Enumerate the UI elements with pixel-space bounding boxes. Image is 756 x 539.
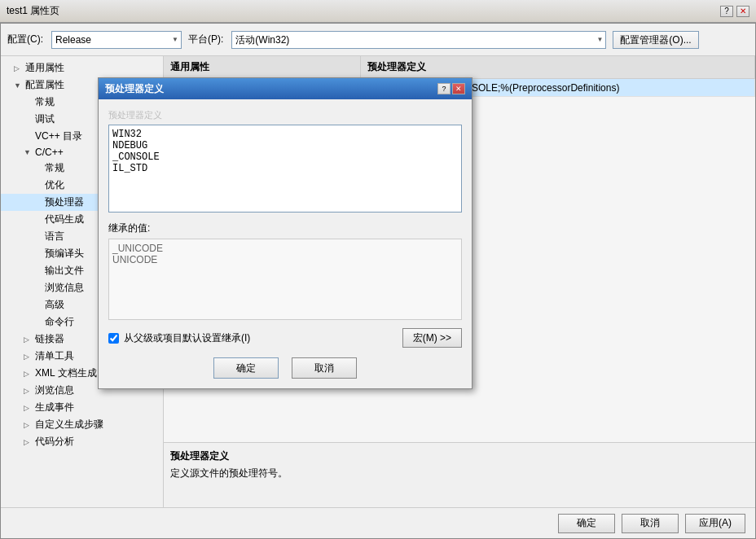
description-text: 定义源文件的预处理符号。 — [170, 467, 749, 480]
bottom-bar: 确定 取消 应用(A) — [1, 507, 755, 538]
close-button[interactable]: ✕ — [736, 6, 749, 17]
sidebar-item-label: 链接器 — [35, 332, 64, 346]
config-select[interactable]: Release — [51, 31, 182, 49]
platform-label: 平台(P): — [188, 33, 223, 46]
arrow-icon: ▼ — [14, 81, 24, 90]
sidebar-item-label: 常规 — [35, 95, 55, 109]
modal-cancel-button[interactable]: 取消 — [292, 357, 357, 379]
sidebar-item-label: 调试 — [35, 112, 55, 126]
title-bar-buttons: ? ✕ — [720, 6, 749, 17]
sidebar-item-label: 清单工具 — [35, 349, 74, 363]
arrow-icon: ▷ — [24, 404, 33, 412]
description-area: 预处理器定义 定义源文件的预处理符号。 — [164, 442, 755, 507]
inherit-checkbox[interactable] — [108, 333, 119, 344]
sidebar-item-label: 预编译头 — [45, 247, 84, 261]
inherit-checkbox-label[interactable]: 从父级或项目默认设置继承(I) — [108, 331, 250, 345]
sidebar-item-code-analysis[interactable]: ▷ 代码分析 — [1, 433, 163, 450]
modal-title: 预处理器定义 — [105, 82, 164, 96]
cancel-button[interactable]: 取消 — [622, 514, 679, 533]
sidebar-item-label: 预处理器 — [45, 195, 84, 209]
arrow-icon: ▷ — [24, 370, 33, 378]
preprocessor-dialog: 预处理器定义 ? ✕ 预处理器定义 WIN32 NDEBUG _CONSOLE … — [98, 77, 472, 389]
sidebar-item-label: XML 文档生成 — [35, 366, 97, 380]
platform-select-wrap: 活动(Win32) — [231, 31, 606, 49]
modal-action-row: 确定 取消 — [108, 357, 462, 379]
prop-header-col2: 预处理器定义 — [361, 56, 755, 78]
prop-header-col1: 通用属性 — [164, 56, 361, 78]
modal-title-buttons: ? ✕ — [437, 83, 465, 94]
inherited-value: UNICODE — [112, 254, 458, 265]
title-bar: test1 属性页 ? ✕ — [0, 0, 756, 23]
help-button[interactable]: ? — [720, 6, 733, 17]
platform-select[interactable]: 活动(Win32) — [231, 31, 606, 49]
arrow-icon: ▷ — [24, 335, 33, 344]
inherited-values-area: _UNICODE UNICODE — [108, 239, 462, 320]
sidebar-item-label: 通用属性 — [25, 61, 64, 75]
description-title: 预处理器定义 — [170, 449, 749, 463]
ok-button[interactable]: 确定 — [558, 514, 615, 533]
modal-help-button[interactable]: ? — [437, 83, 451, 94]
sidebar-item-label: VC++ 目录 — [35, 129, 82, 143]
modal-content: 预处理器定义 WIN32 NDEBUG _CONSOLE IL_STD 继承的值… — [99, 99, 472, 388]
prop-header: 通用属性 预处理器定义 — [164, 56, 755, 79]
inherited-value: _UNICODE — [112, 243, 458, 254]
macro-button[interactable]: 宏(M) >> — [402, 328, 462, 348]
arrow-icon: ▷ — [24, 421, 33, 429]
arrow-icon: ▷ — [14, 64, 24, 72]
modal-title-bar: 预处理器定义 ? ✕ — [99, 78, 472, 99]
sidebar-item-label: 浏览信息 — [45, 281, 84, 295]
arrow-icon: ▷ — [24, 387, 33, 395]
sidebar-item-label: 代码生成 — [45, 213, 84, 226]
inherited-label: 继承的值: — [108, 221, 462, 235]
arrow-icon: ▷ — [24, 353, 33, 361]
sidebar-item-build-events[interactable]: ▷ 生成事件 — [1, 399, 163, 416]
sidebar-item-label: C/C++ — [35, 147, 64, 158]
sidebar-item-label: 配置属性 — [25, 78, 64, 92]
checkbox-row: 从父级或项目默认设置继承(I) 宏(M) >> — [108, 328, 462, 348]
manage-config-button[interactable]: 配置管理器(O)... — [613, 31, 698, 49]
sidebar-item-custom-build[interactable]: ▷ 自定义生成步骤 — [1, 416, 163, 433]
arrow-icon: ▷ — [24, 438, 33, 446]
sidebar-item-label: 输出文件 — [45, 264, 84, 278]
sidebar-item-label: 语言 — [45, 230, 64, 243]
sidebar-item-label: 优化 — [45, 178, 64, 192]
sidebar-item-label: 命令行 — [45, 315, 74, 329]
modal-close-button[interactable]: ✕ — [452, 83, 465, 94]
sidebar-item-label: 浏览信息 — [35, 383, 74, 397]
sidebar-item-label: 自定义生成步骤 — [35, 418, 103, 432]
toolbar: 配置(C): Release 平台(P): 活动(Win32) 配置管理器(O)… — [1, 24, 755, 56]
preprocessor-textarea[interactable]: WIN32 NDEBUG _CONSOLE IL_STD — [108, 125, 462, 213]
window-title: test1 属性页 — [7, 4, 59, 18]
arrow-icon: ▼ — [24, 148, 33, 156]
sidebar-item-label: 高级 — [45, 298, 64, 312]
inherit-checkbox-text: 从父级或项目默认设置继承(I) — [124, 331, 250, 345]
sidebar-item-label: 生成事件 — [35, 401, 74, 414]
sidebar-item-label: 代码分析 — [35, 435, 74, 449]
config-select-wrap: Release — [51, 31, 182, 49]
sidebar-item-general-props[interactable]: ▷ 通用属性 — [1, 59, 163, 77]
sidebar-item-label: 常规 — [45, 161, 64, 175]
config-label: 配置(C): — [7, 33, 43, 46]
modal-subtitle: 预处理器定义 — [108, 109, 462, 121]
modal-ok-button[interactable]: 确定 — [213, 357, 279, 379]
apply-button[interactable]: 应用(A) — [685, 514, 745, 533]
